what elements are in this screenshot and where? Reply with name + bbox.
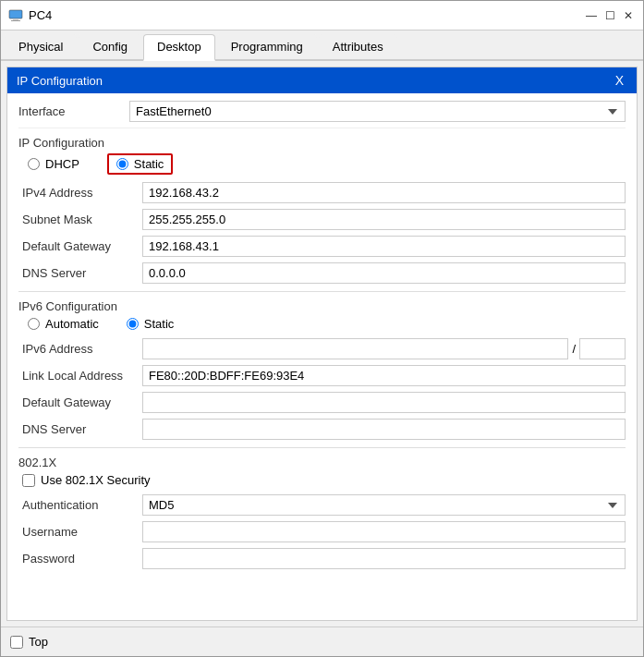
ip-config-section-title: IP Configuration — [18, 136, 626, 150]
top-checkbox[interactable] — [10, 636, 23, 649]
main-content: IP Configuration X Interface FastEtherne… — [1, 61, 643, 627]
default-gateway-ipv6-row: Default Gateway — [18, 392, 626, 413]
maximize-button[interactable]: ☐ — [602, 8, 617, 23]
tab-config[interactable]: Config — [79, 34, 141, 59]
svg-rect-0 — [9, 10, 22, 18]
tab-attributes[interactable]: Attributes — [319, 34, 397, 59]
ipv6-address-label: IPv6 Address — [22, 342, 142, 356]
computer-icon — [8, 8, 23, 23]
subnet-mask-label: Subnet Mask — [22, 213, 142, 226]
password-row: Password — [18, 548, 626, 569]
main-window: PC4 — ☐ ✕ Physical Config Desktop Progra… — [0, 0, 644, 657]
panel-header: IP Configuration X — [7, 67, 637, 93]
default-gateway-ipv4-label: Default Gateway — [22, 239, 142, 253]
ipv6-static-radio[interactable] — [127, 318, 139, 330]
default-gateway-ipv4-input[interactable] — [142, 236, 626, 257]
authentication-select[interactable]: MD5 — [142, 494, 626, 516]
svg-rect-2 — [11, 20, 20, 21]
interface-row: Interface FastEthernet0 — [18, 101, 626, 128]
tab-programming[interactable]: Programming — [217, 34, 317, 59]
ipv4-address-row: IPv4 Address — [18, 182, 626, 203]
use-dot1x-label: Use 802.1X Security — [41, 473, 151, 487]
static-radio[interactable] — [116, 158, 128, 170]
static-radio-wrapper: Static — [107, 153, 174, 175]
username-row: Username — [18, 521, 626, 542]
tab-desktop[interactable]: Desktop — [143, 34, 215, 61]
dns-server-ipv6-row: DNS Server — [18, 419, 626, 440]
automatic-label: Automatic — [45, 317, 99, 331]
ipv6-mode-radio-row: Automatic Static — [18, 317, 626, 331]
username-input[interactable] — [142, 521, 626, 542]
dhcp-radio[interactable] — [28, 158, 40, 170]
default-gateway-ipv6-label: Default Gateway — [22, 395, 142, 409]
automatic-radio[interactable] — [28, 318, 40, 330]
tab-bar: Physical Config Desktop Programming Attr… — [1, 30, 643, 61]
separator-1 — [18, 291, 626, 292]
password-input[interactable] — [142, 548, 626, 569]
title-bar: PC4 — ☐ ✕ — [1, 1, 643, 30]
panel-body: Interface FastEthernet0 IP Configuration… — [7, 93, 637, 620]
svg-rect-1 — [13, 18, 18, 20]
tab-physical[interactable]: Physical — [5, 34, 77, 59]
ipv6-prefix-input[interactable] — [579, 338, 626, 359]
dns-server-ipv6-input[interactable] — [142, 419, 626, 440]
dhcp-label: DHCP — [45, 157, 79, 171]
close-button[interactable]: ✕ — [621, 8, 636, 23]
dns-server-ipv4-input[interactable] — [142, 262, 626, 284]
ipv4-address-input[interactable] — [142, 182, 626, 203]
ipv4-address-label: IPv4 Address — [22, 186, 142, 200]
automatic-radio-item[interactable]: Automatic — [28, 317, 99, 331]
default-gateway-ipv6-input[interactable] — [142, 392, 626, 413]
subnet-mask-row: Subnet Mask — [18, 209, 626, 230]
top-label: Top — [29, 635, 48, 649]
use-dot1x-checkbox[interactable] — [22, 474, 35, 487]
interface-label: Interface — [18, 104, 129, 118]
dot1x-section-title: 802.1X — [18, 456, 626, 469]
default-gateway-ipv4-row: Default Gateway — [18, 236, 626, 257]
separator-2 — [18, 447, 626, 448]
ipv6-static-label: Static — [144, 317, 175, 331]
panel-title: IP Configuration — [17, 74, 103, 88]
panel-close-button[interactable]: X — [612, 73, 627, 88]
use-dot1x-row: Use 802.1X Security — [18, 473, 626, 487]
ip-config-panel: IP Configuration X Interface FastEtherne… — [6, 67, 638, 621]
minimize-button[interactable]: — — [584, 8, 599, 23]
title-bar-left: PC4 — [8, 8, 52, 23]
window-title: PC4 — [29, 8, 52, 22]
authentication-label: Authentication — [22, 498, 142, 512]
password-label: Password — [22, 552, 142, 566]
link-local-address-row: Link Local Address — [18, 365, 626, 386]
ipv6-static-radio-item[interactable]: Static — [127, 317, 175, 331]
link-local-input[interactable] — [142, 365, 626, 386]
username-label: Username — [22, 525, 142, 539]
dhcp-radio-item[interactable]: DHCP — [28, 157, 79, 171]
bottom-bar: Top — [1, 627, 643, 656]
ipv6-slash: / — [568, 342, 579, 356]
static-label: Static — [134, 157, 164, 171]
link-local-label: Link Local Address — [22, 369, 142, 383]
title-buttons: — ☐ ✕ — [584, 8, 636, 23]
authentication-row: Authentication MD5 — [18, 494, 626, 516]
interface-select[interactable]: FastEthernet0 — [129, 101, 626, 122]
ipv6-address-row: IPv6 Address / — [18, 338, 626, 359]
dns-server-ipv6-label: DNS Server — [22, 422, 142, 436]
ipv6-config-section-title: IPv6 Configuration — [18, 299, 626, 313]
ipv6-address-input[interactable] — [142, 338, 568, 359]
subnet-mask-input[interactable] — [142, 209, 626, 230]
dns-server-ipv4-label: DNS Server — [22, 266, 142, 280]
ip-mode-radio-row: DHCP Static — [18, 153, 626, 175]
dns-server-ipv4-row: DNS Server — [18, 262, 626, 284]
